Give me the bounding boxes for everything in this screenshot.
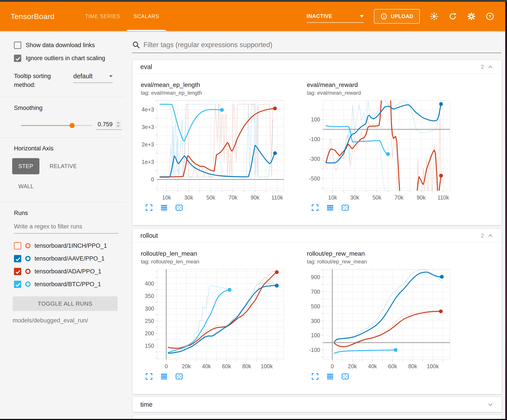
svg-text:40k: 40k — [202, 363, 211, 369]
run-row: tensorboard/ADA/PPO_1 — [14, 265, 124, 278]
expand-chart-icon[interactable] — [311, 373, 319, 380]
tooltip-sorting-select[interactable]: default — [73, 73, 113, 83]
svg-text:700: 700 — [311, 289, 320, 295]
line-chart[interactable]: 020k40k60k80k100k-100100300500700900 — [307, 267, 462, 372]
expand-chart-icon[interactable] — [311, 204, 319, 211]
tag-filter-placeholder: Filter tags (regular expressions support… — [143, 41, 272, 49]
runs-selector-icon[interactable] — [326, 204, 334, 211]
svg-text:100k: 100k — [427, 363, 439, 369]
run-checkbox[interactable] — [14, 268, 21, 275]
ignore-outliers-checkbox[interactable] — [14, 55, 21, 62]
fit-domain-icon[interactable] — [341, 373, 349, 380]
fit-domain-icon[interactable] — [341, 204, 349, 211]
axis-wall-button[interactable]: WALL — [12, 178, 40, 194]
line-chart[interactable]: 10k30k50k70k90k110k01e+32e+33e+34e+3 — [141, 98, 296, 203]
value-stepper[interactable] — [115, 121, 121, 128]
svg-text:80k: 80k — [408, 363, 417, 369]
run-color-swatch — [25, 243, 31, 248]
svg-text:40k: 40k — [368, 363, 377, 369]
run-row: tensorboard/1INCH/PPO_1 — [14, 239, 124, 252]
run-row: tensorboard/AAVE/PPO_1 — [14, 252, 124, 265]
tooltip-sorting-label: Tooltip sorting method: — [14, 72, 73, 89]
run-checkbox[interactable] — [14, 242, 21, 249]
chart-tag: tag: eval/mean_reward — [307, 90, 462, 96]
smoothing-label: Smoothing — [14, 105, 124, 111]
run-checkbox[interactable] — [14, 281, 21, 288]
refresh-icon[interactable] — [449, 12, 457, 21]
show-download-links-checkbox[interactable] — [14, 41, 21, 49]
dashboard-main: Filter tags (regular expressions support… — [124, 31, 506, 419]
tag-filter-input[interactable]: Filter tags (regular expressions support… — [132, 41, 501, 53]
chevron-down-icon — [487, 401, 494, 408]
svg-text:0: 0 — [151, 176, 154, 182]
svg-text:50k: 50k — [372, 194, 381, 201]
search-icon — [132, 41, 140, 49]
toggle-all-runs-button[interactable]: TOGGLE ALL RUNS — [13, 296, 118, 311]
checkbox-label: Show data download links — [26, 42, 95, 49]
chevron-up-icon — [487, 233, 494, 239]
runs-base-path: models/debugged_eval_run/ — [13, 317, 124, 324]
svg-text:10k: 10k — [162, 194, 171, 201]
upload-button[interactable]: UPLOAD — [374, 9, 420, 24]
status-label: INACTIVE — [307, 13, 332, 19]
runs-selector-icon[interactable] — [160, 204, 168, 211]
settings-gear-icon[interactable] — [467, 12, 476, 21]
scalar-chart-card: rollout/ep_rew_mean tag: rollout/ep_rew_… — [307, 250, 462, 380]
runs-selector-icon[interactable] — [326, 373, 334, 380]
window-top-frame — [0, 0, 507, 2]
svg-text:200: 200 — [145, 330, 154, 336]
tab-time-series[interactable]: TIME SERIES — [78, 2, 127, 31]
svg-text:110k: 110k — [271, 194, 283, 201]
scalar-chart-card: eval/mean_ep_length tag: eval/mean_ep_le… — [141, 81, 296, 211]
run-color-swatch — [25, 282, 31, 287]
svg-text:300: 300 — [311, 318, 320, 324]
section-card-eval: eval 2 eval/mean_ep_length tag: eval/mea… — [132, 60, 502, 225]
collapse-toggle[interactable]: 2 — [481, 233, 494, 239]
chevron-down-icon — [360, 15, 364, 17]
svg-text:90k: 90k — [251, 194, 260, 201]
chart-toolbar — [311, 373, 462, 380]
svg-text:500: 500 — [311, 303, 320, 310]
fit-domain-icon[interactable] — [175, 373, 183, 380]
svg-text:150: 150 — [145, 343, 154, 349]
help-icon[interactable]: ? — [486, 12, 494, 21]
svg-text:90k: 90k — [417, 194, 426, 201]
run-color-swatch — [25, 256, 31, 261]
brightness-icon[interactable] — [430, 12, 438, 21]
fit-domain-icon[interactable] — [175, 204, 183, 211]
runs-filter-input[interactable]: Write a regex to filter runs — [14, 223, 119, 234]
svg-text:30k: 30k — [350, 194, 359, 201]
chart-tag: tag: rollout/ep_rew_mean — [307, 259, 462, 265]
desktop-edge — [505, 2, 507, 419]
expand-chart-icon[interactable] — [145, 204, 153, 211]
smoothing-value-input[interactable]: 0.759 — [96, 121, 122, 130]
chart-title: rollout/ep_rew_mean — [307, 250, 462, 257]
expand-chart-icon[interactable] — [145, 373, 153, 380]
section-header[interactable]: time — [132, 397, 502, 412]
collapse-toggle[interactable] — [484, 401, 494, 408]
tab-scalars[interactable]: SCALARS — [127, 2, 166, 31]
axis-step-button[interactable]: STEP — [12, 158, 39, 174]
svg-text:50k: 50k — [206, 194, 215, 201]
runs-selector-icon[interactable] — [160, 373, 168, 380]
run-color-swatch — [25, 269, 31, 274]
line-chart[interactable]: 10k30k50k70k90k110k100-100-300-500 — [307, 98, 462, 203]
section-header[interactable]: rollout 2 — [132, 229, 502, 243]
line-chart[interactable]: 020k40k60k80k100k150200250300350400 — [141, 267, 296, 372]
svg-text:110k: 110k — [437, 194, 449, 201]
chart-toolbar — [145, 204, 296, 211]
section-header[interactable]: eval 2 — [132, 60, 502, 74]
svg-text:60k: 60k — [222, 363, 231, 369]
svg-text:10k: 10k — [328, 194, 337, 201]
run-checkbox[interactable] — [14, 255, 21, 262]
scalar-chart-card: eval/mean_reward tag: eval/mean_reward 1… — [307, 81, 462, 211]
status-dropdown[interactable]: INACTIVE — [307, 13, 364, 23]
collapse-toggle[interactable]: 2 — [481, 64, 494, 70]
window-bottom-frame — [0, 419, 507, 420]
chart-tag: tag: rollout/ep_len_mean — [141, 259, 296, 265]
divider — [0, 137, 124, 138]
slider-thumb[interactable] — [70, 123, 75, 128]
axis-relative-button[interactable]: RELATIVE — [43, 158, 83, 174]
svg-text:80k: 80k — [242, 363, 251, 369]
smoothing-slider[interactable] — [21, 121, 92, 129]
